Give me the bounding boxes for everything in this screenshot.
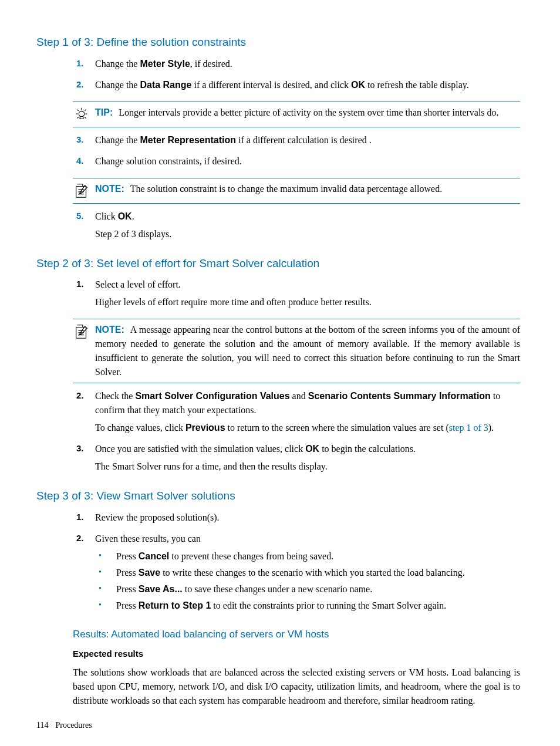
step3-item-2: 2. Given these results, you can •Press C… [73,532,520,615]
text: A message appearing near the control but… [95,325,520,377]
text: Once you are satisfied with the simulati… [95,444,305,454]
list-body: Select a level of effort. Higher levels … [95,278,520,313]
text: The solution constraint is to change the… [130,184,442,194]
text: Higher levels of effort require more tim… [95,295,520,309]
list-number: 2. [73,389,95,438]
step3-item-1: 1. Review the proposed solution(s). [73,511,520,528]
bullet-dot: • [95,582,116,596]
results-heading: Results: Automated load balancing of ser… [73,627,520,642]
note-icon [73,323,95,340]
link-step1[interactable]: step 1 of 3 [449,423,488,433]
tip-icon [73,106,95,123]
step1-item-1: 1. Change the Meter Style, if desired. [73,57,520,75]
list-body: Review the proposed solution(s). [95,511,520,528]
step2-item-1: 1. Select a level of effort. Higher leve… [73,278,520,313]
svg-point-0 [79,111,84,116]
bold-text: Save [139,568,160,578]
svg-line-6 [77,117,79,118]
list-number: 3. [73,133,95,151]
list-number: 2. [73,532,95,615]
svg-line-5 [85,109,86,110]
text: Press [116,584,139,594]
text: To change values, click [95,423,185,433]
step2-heading: Step 2 of 3: Set level of effort for Sma… [36,255,520,272]
text: Select a level of effort. [95,278,520,292]
text: Given these results, you can [95,532,520,546]
expected-results-heading: Expected results [73,647,520,661]
step1-item-4: 4. Change solution constraints, if desir… [73,154,520,172]
list-number: 1. [73,57,95,75]
page-footer: 114Procedures [36,719,92,730]
results-text: The solutions show workloads that are ba… [73,666,520,708]
note-callout: NOTE:A message appearing near the contro… [73,319,520,383]
bullet-dot: • [95,599,116,613]
page-number: 114 [36,721,48,730]
svg-line-7 [85,117,86,118]
bold-text: Meter Style [140,59,190,69]
text: ). [488,423,494,433]
step3-list: 1. Review the proposed solution(s). 2. G… [73,511,520,615]
step2-item-2: 2. Check the Smart Solver Configuration … [73,389,520,438]
text: Change the [95,80,140,90]
note-label: NOTE: [95,325,130,335]
tip-text: TIP:Longer intervals provide a better pi… [95,106,520,120]
list-body: Once you are satisfied with the simulati… [95,442,520,477]
text: Press [116,551,139,561]
step1-item-2: 2. Change the Data Range if a different … [73,78,520,96]
text: Review the proposed solution(s). [95,511,520,525]
text: to begin the calculations. [319,444,416,454]
bullet-dot: • [95,549,116,563]
section-name: Procedures [55,721,92,730]
list-number: 1. [73,511,95,528]
text: The Smart Solver runs for a time, and th… [95,460,520,474]
text: Change the [95,59,140,69]
text: if a different interval is desired, and … [191,80,351,90]
step1-heading: Step 1 of 3: Define the solution constra… [36,34,520,51]
list-number: 3. [73,442,95,477]
bold-text: Return to Step 1 [139,600,211,610]
bold-text: Meter Representation [140,135,236,145]
text: , if desired. [190,59,232,69]
bullet-dot: • [95,566,116,580]
list-number: 1. [73,278,95,313]
text: to refresh the table display. [365,80,469,90]
list-number: 4. [73,154,95,172]
text: Check the [95,391,135,401]
bold-text: Scenario Contents Summary Information [308,391,491,401]
list-body: Change solution constraints, if desired. [95,154,520,172]
text: Press [116,568,139,578]
text: Press [116,600,139,610]
bold-text: Data Range [140,80,191,90]
step2-list: 1. Select a level of effort. Higher leve… [73,278,520,313]
bold-text: OK [305,444,319,454]
list-body: Change the Meter Representation if a dif… [95,133,520,151]
text: Change solution constraints, if desired. [95,154,520,168]
bold-text: Cancel [139,551,169,561]
bullet-item: •Press Cancel to prevent these changes f… [95,549,520,563]
text: to write these changes to the scenario w… [160,568,465,578]
step1-list-cont: 3. Change the Meter Representation if a … [73,133,520,172]
step3-heading: Step 3 of 3: View Smart Solver solutions [36,488,520,505]
text: to save these changes under a new scenar… [183,584,372,594]
step2-list-cont: 2. Check the Smart Solver Configuration … [73,389,520,477]
bullet-item: •Press Save to write these changes to th… [95,566,520,580]
step1-item-5: 5. Click OK. Step 2 of 3 displays. [73,210,520,245]
note-label: NOTE: [95,184,130,194]
step2-item-3: 3. Once you are satisfied with the simul… [73,442,520,477]
bullet-list: •Press Cancel to prevent these changes f… [95,549,520,613]
text: to edit the constraints prior to running… [211,600,446,610]
list-body: Given these results, you can •Press Canc… [95,532,520,615]
note-icon [73,182,95,200]
tip-callout: TIP:Longer intervals provide a better pi… [73,102,520,127]
text: Click [95,211,118,221]
bullet-item: •Press Return to Step 1 to edit the cons… [95,599,520,613]
list-number: 5. [73,210,95,245]
bold-text: Smart Solver Configuration Values [135,391,289,401]
step1-item-3: 3. Change the Meter Representation if a … [73,133,520,151]
tip-label: TIP: [95,107,119,117]
text: and [290,391,308,401]
list-body: Change the Data Range if a different int… [95,78,520,96]
text: Step 2 of 3 displays. [95,227,520,241]
note-callout: NOTE:The solution constraint is to chang… [73,178,520,204]
bold-text: OK [118,211,132,221]
